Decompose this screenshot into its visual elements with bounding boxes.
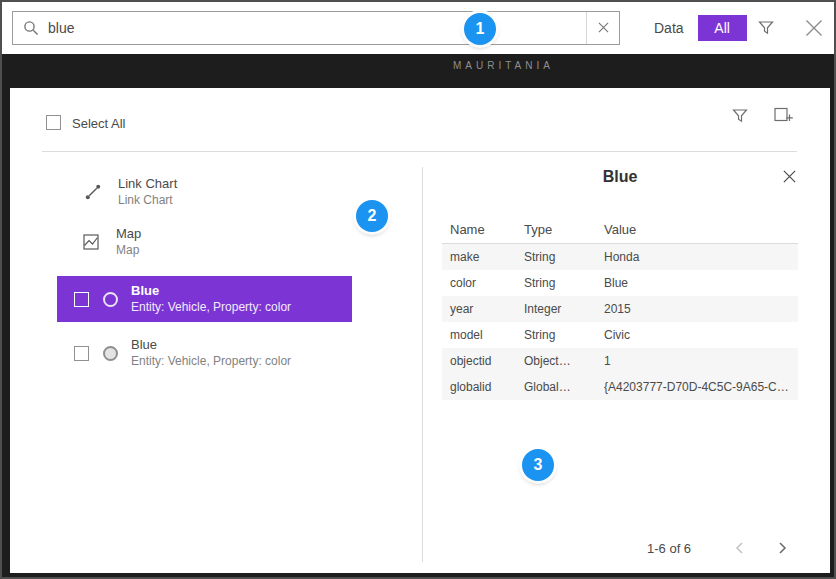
filter-icon [731,107,749,128]
cell-name: globalid [450,380,524,394]
add-to-list-button[interactable] [769,102,797,130]
cell-value: {A4203777-D70D-4C5C-9A65-C… [604,380,798,394]
cell-type: Global… [524,380,604,394]
header-divider [42,151,797,152]
pagination-label: 1-6 of 6 [647,541,691,556]
cell-type: Integer [524,302,604,316]
close-button[interactable] [801,16,827,42]
results-panel: Select All Link Chart Link Chart [10,88,830,573]
column-header: Value [604,222,798,237]
panel-divider [422,167,423,562]
list-item-blue[interactable]: Blue Entity: Vehicle, Property: color [57,330,352,376]
list-item-map[interactable]: Map Map [82,226,141,258]
row-checkbox[interactable] [74,292,89,307]
column-header: Name [450,222,524,237]
search-icon [23,20,39,36]
search-bar: blue Data All [2,2,834,54]
cell-name: objectid [450,354,524,368]
filter-button[interactable] [753,16,779,42]
detail-close-button[interactable] [779,168,799,188]
list-item-link-chart[interactable]: Link Chart Link Chart [84,176,177,208]
close-x-icon [804,18,824,41]
cell-name: year [450,302,524,316]
table-row: globalid Global… {A4203777-D70D-4C5C-9A6… [442,374,798,400]
link-chart-icon [84,183,102,201]
cell-type: Object… [524,354,604,368]
chevron-right-icon [775,541,789,558]
cell-name: model [450,328,524,342]
cell-name: color [450,276,524,290]
search-input[interactable]: blue [48,20,586,36]
cell-type: String [524,328,604,342]
add-item-icon [773,104,794,128]
cell-type: String [524,250,604,264]
table-row: objectid Object… 1 [442,348,798,374]
cell-type: String [524,276,604,290]
table-row: model String Civic [442,322,798,348]
list-item-subtitle: Link Chart [118,192,177,208]
column-header: Type [524,222,604,237]
properties-table: Name Type Value make String Honda color … [442,216,798,400]
map-label: MAURITANIA [453,60,554,71]
clear-search-button[interactable] [586,12,619,44]
annotation-circle-1: 1 [464,13,496,45]
entity-circle-icon [103,292,118,307]
select-all-checkbox[interactable] [46,115,61,130]
annotation-circle-3: 3 [522,449,554,481]
cell-value: Blue [604,276,798,290]
table-header-row: Name Type Value [442,216,798,244]
list-item-title: Link Chart [118,176,177,192]
all-toggle-button[interactable]: All [698,15,747,41]
panel-filter-button[interactable] [727,104,753,130]
cell-value: 2015 [604,302,798,316]
clear-x-icon [598,21,609,36]
previous-page-button[interactable] [728,537,752,561]
table-row: color String Blue [442,270,798,296]
cell-value: Civic [604,328,798,342]
table-row: make String Honda [442,244,798,270]
list-item-title: Blue [131,337,291,353]
chevron-left-icon [733,541,747,558]
cell-name: make [450,250,524,264]
list-item-subtitle: Map [116,242,141,258]
select-all-label: Select All [72,116,125,131]
map-icon [82,233,100,251]
search-input-box[interactable]: blue [12,11,620,45]
list-item-subtitle: Entity: Vehicle, Property: color [131,299,291,315]
cell-value: 1 [604,354,798,368]
row-checkbox[interactable] [74,346,89,361]
cell-value: Honda [604,250,798,264]
list-item-blue-selected[interactable]: Blue Entity: Vehicle, Property: color [57,276,352,322]
app-window: MAURITANIA so Faso blue Data All [0,0,836,579]
entity-circle-icon [103,346,118,361]
list-item-subtitle: Entity: Vehicle, Property: color [131,353,291,369]
data-all-toggle: Data All [648,15,747,41]
annotation-circle-2: 2 [356,200,388,232]
filter-icon [757,19,775,40]
list-item-title: Blue [131,283,291,299]
close-x-icon [782,169,797,187]
table-row: year Integer 2015 [442,296,798,322]
data-toggle-button[interactable]: Data [648,20,698,36]
next-page-button[interactable] [770,537,794,561]
list-item-title: Map [116,226,141,242]
detail-title: Blue [442,168,798,186]
